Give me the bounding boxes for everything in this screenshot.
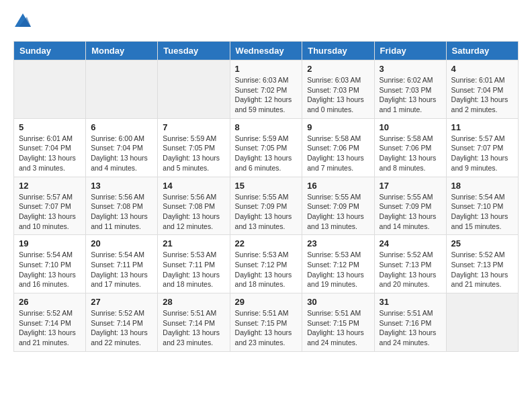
day-number: 20: [91, 238, 152, 248]
day-number: 2: [307, 64, 369, 74]
day-info: Sunrise: 5:55 AMSunset: 7:09 PMDaylight:…: [380, 192, 441, 232]
day-info: Sunrise: 6:01 AMSunset: 7:04 PMDaylight:…: [451, 75, 513, 115]
day-info: Sunrise: 6:02 AMSunset: 7:03 PMDaylight:…: [380, 75, 441, 115]
calendar-cell: 6Sunrise: 6:00 AMSunset: 7:04 PMDaylight…: [86, 118, 158, 177]
weekday-header-monday: Monday: [86, 42, 158, 60]
calendar-cell: 22Sunrise: 5:53 AMSunset: 7:12 PMDayligh…: [230, 235, 302, 293]
calendar-cell: [158, 60, 230, 119]
day-number: 26: [19, 297, 81, 307]
calendar-cell: 8Sunrise: 5:59 AMSunset: 7:05 PMDaylight…: [230, 118, 302, 177]
day-number: 16: [307, 181, 369, 191]
weekday-header-sunday: Sunday: [14, 42, 86, 60]
day-number: 15: [235, 181, 298, 191]
day-info: Sunrise: 5:56 AMSunset: 7:08 PMDaylight:…: [91, 192, 152, 232]
calendar-cell: 1Sunrise: 6:03 AMSunset: 7:02 PMDaylight…: [230, 60, 302, 119]
day-info: Sunrise: 6:03 AMSunset: 7:02 PMDaylight:…: [235, 75, 298, 115]
day-number: 17: [380, 181, 441, 191]
calendar-cell: 4Sunrise: 6:01 AMSunset: 7:04 PMDaylight…: [446, 60, 518, 119]
calendar-cell: 16Sunrise: 5:55 AMSunset: 7:09 PMDayligh…: [302, 177, 374, 235]
day-number: 14: [163, 181, 224, 191]
calendar-cell: 26Sunrise: 5:52 AMSunset: 7:14 PMDayligh…: [14, 293, 86, 352]
day-info: Sunrise: 5:52 AMSunset: 7:13 PMDaylight:…: [380, 250, 441, 289]
day-number: 6: [91, 122, 152, 132]
day-number: 7: [163, 122, 224, 132]
calendar-cell: 18Sunrise: 5:54 AMSunset: 7:10 PMDayligh…: [446, 177, 518, 235]
day-info: Sunrise: 5:56 AMSunset: 7:08 PMDaylight:…: [163, 192, 224, 232]
day-number: 18: [451, 181, 513, 191]
day-info: Sunrise: 5:55 AMSunset: 7:09 PMDaylight:…: [235, 192, 298, 232]
logo-icon: [15, 13, 31, 27]
calendar-table: SundayMondayTuesdayWednesdayThursdayFrid…: [13, 41, 519, 352]
day-number: 9: [307, 122, 369, 132]
day-info: Sunrise: 5:58 AMSunset: 7:06 PMDaylight:…: [307, 134, 369, 173]
calendar-cell: 19Sunrise: 5:54 AMSunset: 7:10 PMDayligh…: [14, 235, 86, 293]
calendar-cell: 24Sunrise: 5:52 AMSunset: 7:13 PMDayligh…: [374, 235, 446, 293]
day-info: Sunrise: 5:57 AMSunset: 7:07 PMDaylight:…: [451, 134, 513, 173]
day-info: Sunrise: 5:53 AMSunset: 7:11 PMDaylight:…: [163, 250, 224, 289]
day-number: 5: [19, 122, 81, 132]
calendar-cell: 15Sunrise: 5:55 AMSunset: 7:09 PMDayligh…: [230, 177, 302, 235]
day-info: Sunrise: 5:55 AMSunset: 7:09 PMDaylight:…: [307, 192, 369, 232]
day-info: Sunrise: 5:53 AMSunset: 7:12 PMDaylight:…: [235, 250, 298, 289]
calendar-cell: [86, 60, 158, 119]
day-info: Sunrise: 5:52 AMSunset: 7:14 PMDaylight:…: [19, 308, 81, 348]
day-info: Sunrise: 5:59 AMSunset: 7:05 PMDaylight:…: [163, 134, 224, 173]
day-number: 13: [91, 181, 152, 191]
day-number: 12: [19, 181, 81, 191]
day-number: 25: [451, 238, 513, 248]
day-number: 10: [380, 122, 441, 132]
calendar-cell: [14, 60, 86, 119]
day-number: 1: [235, 64, 298, 74]
day-info: Sunrise: 5:51 AMSunset: 7:14 PMDaylight:…: [163, 308, 224, 348]
day-number: 19: [19, 238, 81, 248]
day-info: Sunrise: 5:51 AMSunset: 7:15 PMDaylight:…: [235, 308, 298, 348]
calendar-cell: 17Sunrise: 5:55 AMSunset: 7:09 PMDayligh…: [374, 177, 446, 235]
day-info: Sunrise: 5:58 AMSunset: 7:06 PMDaylight:…: [380, 134, 441, 173]
calendar-cell: 13Sunrise: 5:56 AMSunset: 7:08 PMDayligh…: [86, 177, 158, 235]
day-info: Sunrise: 5:54 AMSunset: 7:11 PMDaylight:…: [91, 250, 152, 289]
weekday-header-wednesday: Wednesday: [230, 42, 302, 60]
calendar-cell: 21Sunrise: 5:53 AMSunset: 7:11 PMDayligh…: [158, 235, 230, 293]
weekday-header-thursday: Thursday: [302, 42, 374, 60]
calendar-cell: 23Sunrise: 5:53 AMSunset: 7:12 PMDayligh…: [302, 235, 374, 293]
calendar-cell: 29Sunrise: 5:51 AMSunset: 7:15 PMDayligh…: [230, 293, 302, 352]
calendar-cell: 31Sunrise: 5:51 AMSunset: 7:16 PMDayligh…: [374, 293, 446, 352]
page-header: [13, 13, 519, 30]
calendar-cell: 30Sunrise: 5:51 AMSunset: 7:15 PMDayligh…: [302, 293, 374, 352]
day-info: Sunrise: 5:54 AMSunset: 7:10 PMDaylight:…: [451, 192, 513, 232]
calendar-cell: 20Sunrise: 5:54 AMSunset: 7:11 PMDayligh…: [86, 235, 158, 293]
weekday-header-tuesday: Tuesday: [158, 42, 230, 60]
calendar-cell: 10Sunrise: 5:58 AMSunset: 7:06 PMDayligh…: [374, 118, 446, 177]
day-number: 29: [235, 297, 298, 307]
calendar-cell: 14Sunrise: 5:56 AMSunset: 7:08 PMDayligh…: [158, 177, 230, 235]
day-number: 4: [451, 64, 513, 74]
calendar-cell: 27Sunrise: 5:52 AMSunset: 7:14 PMDayligh…: [86, 293, 158, 352]
calendar-cell: 3Sunrise: 6:02 AMSunset: 7:03 PMDaylight…: [374, 60, 446, 119]
logo: [13, 13, 31, 30]
day-info: Sunrise: 6:03 AMSunset: 7:03 PMDaylight:…: [307, 75, 369, 115]
day-number: 8: [235, 122, 298, 132]
day-info: Sunrise: 5:54 AMSunset: 7:10 PMDaylight:…: [19, 250, 81, 289]
calendar-cell: 11Sunrise: 5:57 AMSunset: 7:07 PMDayligh…: [446, 118, 518, 177]
day-number: 3: [380, 64, 441, 74]
day-number: 27: [91, 297, 152, 307]
calendar-cell: 12Sunrise: 5:57 AMSunset: 7:07 PMDayligh…: [14, 177, 86, 235]
day-number: 30: [307, 297, 369, 307]
day-number: 23: [307, 238, 369, 248]
day-info: Sunrise: 6:01 AMSunset: 7:04 PMDaylight:…: [19, 134, 81, 173]
calendar-cell: 9Sunrise: 5:58 AMSunset: 7:06 PMDaylight…: [302, 118, 374, 177]
calendar-cell: 5Sunrise: 6:01 AMSunset: 7:04 PMDaylight…: [14, 118, 86, 177]
calendar-cell: 25Sunrise: 5:52 AMSunset: 7:13 PMDayligh…: [446, 235, 518, 293]
day-info: Sunrise: 5:53 AMSunset: 7:12 PMDaylight:…: [307, 250, 369, 289]
day-info: Sunrise: 5:52 AMSunset: 7:13 PMDaylight:…: [451, 250, 513, 289]
day-number: 31: [380, 297, 441, 307]
calendar-cell: 7Sunrise: 5:59 AMSunset: 7:05 PMDaylight…: [158, 118, 230, 177]
day-info: Sunrise: 5:52 AMSunset: 7:14 PMDaylight:…: [91, 308, 152, 348]
day-info: Sunrise: 6:00 AMSunset: 7:04 PMDaylight:…: [91, 134, 152, 173]
day-number: 11: [451, 122, 513, 132]
day-number: 28: [163, 297, 224, 307]
day-info: Sunrise: 5:51 AMSunset: 7:16 PMDaylight:…: [380, 308, 441, 348]
day-info: Sunrise: 5:57 AMSunset: 7:07 PMDaylight:…: [19, 192, 81, 232]
calendar-cell: [446, 293, 518, 352]
calendar-cell: 2Sunrise: 6:03 AMSunset: 7:03 PMDaylight…: [302, 60, 374, 119]
